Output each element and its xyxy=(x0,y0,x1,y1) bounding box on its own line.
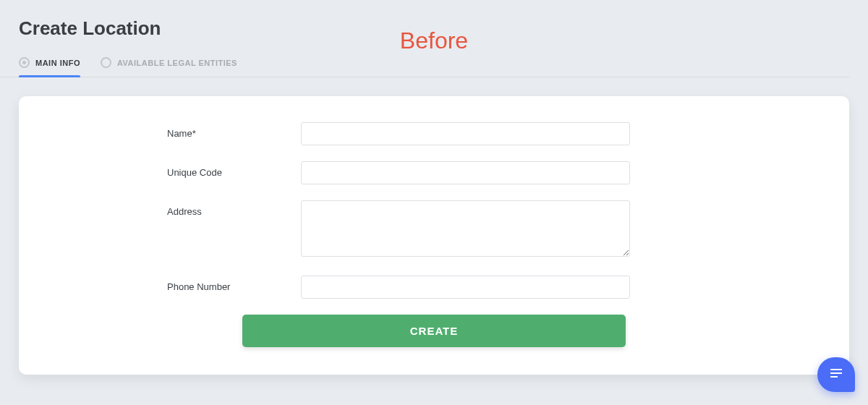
name-label: Name* xyxy=(62,122,301,139)
unique-code-label: Unique Code xyxy=(62,161,301,178)
tab-available-legal-entities[interactable]: AVAILABLE LEGAL ENTITIES xyxy=(101,57,237,77)
unique-code-input[interactable] xyxy=(301,161,630,184)
form-row-name: Name* xyxy=(62,122,806,145)
phone-input[interactable] xyxy=(301,276,630,299)
radio-checked-icon xyxy=(19,57,30,68)
form-card: Name* Unique Code Address Phone Number C… xyxy=(19,96,849,375)
address-textarea[interactable] xyxy=(301,200,630,257)
form-row-phone: Phone Number xyxy=(62,276,806,299)
form-row-unique-code: Unique Code xyxy=(62,161,806,184)
form-row-address: Address xyxy=(62,200,806,257)
tab-main-info[interactable]: MAIN INFO xyxy=(19,57,80,77)
phone-label: Phone Number xyxy=(62,276,301,292)
create-button[interactable]: CREATE xyxy=(242,315,626,347)
address-label: Address xyxy=(62,200,301,217)
chat-button[interactable] xyxy=(817,357,855,392)
name-input[interactable] xyxy=(301,122,630,145)
tab-label: AVAILABLE LEGAL ENTITIES xyxy=(117,59,237,67)
tab-label: MAIN INFO xyxy=(35,59,80,67)
chat-icon xyxy=(827,366,845,383)
before-annotation: Before xyxy=(400,27,468,54)
radio-unchecked-icon xyxy=(101,57,111,68)
